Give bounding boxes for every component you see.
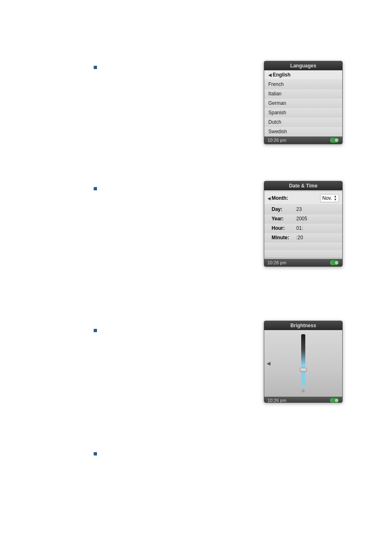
datetime-month-text: Nov. xyxy=(322,195,332,201)
datetime-spacer xyxy=(264,243,342,250)
bullet-2 xyxy=(94,187,97,190)
datetime-footer-time: 10:26 pm xyxy=(267,260,286,265)
datetime-month-stepper[interactable]: ▲ ▼ xyxy=(334,195,337,201)
languages-footer: 10:26 pm xyxy=(264,136,342,144)
datetime-minute-value: :20 xyxy=(296,235,303,240)
datetime-month-value[interactable]: Nov. ▲ ▼ xyxy=(320,194,339,202)
brightness-widget: Brightness ◀ ✳ 10:26 pm xyxy=(264,321,343,403)
datetime-day-row[interactable]: Day: 23 xyxy=(264,205,342,214)
brightness-handle[interactable] xyxy=(300,368,307,372)
brightness-back-arrow[interactable]: ◀ xyxy=(267,361,270,366)
languages-widget: Languages English French Italian German … xyxy=(264,61,343,144)
datetime-body: ◀ Month: Nov. ▲ ▼ Day: 23 Year: 2005 Hou… xyxy=(264,190,342,259)
datetime-minute-row[interactable]: Minute: :20 xyxy=(264,233,342,243)
lang-item-dutch[interactable]: Dutch xyxy=(264,118,342,127)
bullet-1 xyxy=(94,66,97,69)
languages-header: Languages xyxy=(264,61,342,70)
bullet-3 xyxy=(94,329,97,332)
lang-item-italian[interactable]: Italian xyxy=(264,89,342,99)
brightness-footer: 10:26 pm xyxy=(264,397,342,403)
languages-footer-time: 10:26 pm xyxy=(267,138,286,143)
datetime-back-arrow: ◀ xyxy=(267,196,271,201)
datetime-hour-label: Hour: xyxy=(272,225,296,231)
status-dot-2 xyxy=(335,261,338,264)
brightness-sun-icon: ✳ xyxy=(301,388,306,394)
datetime-spacer-2 xyxy=(264,250,342,257)
status-dot-1 xyxy=(335,139,338,142)
datetime-day-value: 23 xyxy=(296,206,302,212)
lang-item-english[interactable]: English xyxy=(264,70,342,80)
lang-item-spanish[interactable]: Spanish xyxy=(264,108,342,118)
datetime-month-row[interactable]: ◀ Month: Nov. ▲ ▼ xyxy=(264,192,342,205)
status-indicator-2 xyxy=(330,260,339,265)
datetime-header: Date & Time xyxy=(264,181,342,190)
datetime-day-label: Day: xyxy=(272,206,296,212)
bullet-4 xyxy=(94,452,97,455)
brightness-footer-time: 10:26 pm xyxy=(267,398,286,403)
status-indicator-3 xyxy=(330,398,339,403)
brightness-slider-track[interactable] xyxy=(301,334,305,385)
lang-item-french[interactable]: French xyxy=(264,80,342,89)
datetime-footer: 10:26 pm xyxy=(264,259,342,266)
datetime-widget: Date & Time ◀ Month: Nov. ▲ ▼ Day: 23 Ye… xyxy=(264,181,343,267)
datetime-month-label: Month: xyxy=(272,195,320,201)
datetime-year-value: 2005 xyxy=(296,216,307,222)
status-indicator-1 xyxy=(330,138,339,143)
datetime-hour-row[interactable]: Hour: 01: xyxy=(264,224,342,233)
brightness-body: ◀ ✳ xyxy=(264,330,342,397)
datetime-year-row[interactable]: Year: 2005 xyxy=(264,214,342,224)
lang-item-german[interactable]: German xyxy=(264,99,342,108)
status-dot-3 xyxy=(335,399,338,402)
brightness-header: Brightness xyxy=(264,321,342,330)
datetime-minute-label: Minute: xyxy=(272,235,296,240)
datetime-year-label: Year: xyxy=(272,216,296,222)
stepper-down: ▼ xyxy=(334,198,337,201)
datetime-hour-value: 01: xyxy=(296,225,303,231)
lang-item-swedish[interactable]: Swedish xyxy=(264,127,342,136)
languages-body: English French Italian German Spanish Du… xyxy=(264,70,342,136)
